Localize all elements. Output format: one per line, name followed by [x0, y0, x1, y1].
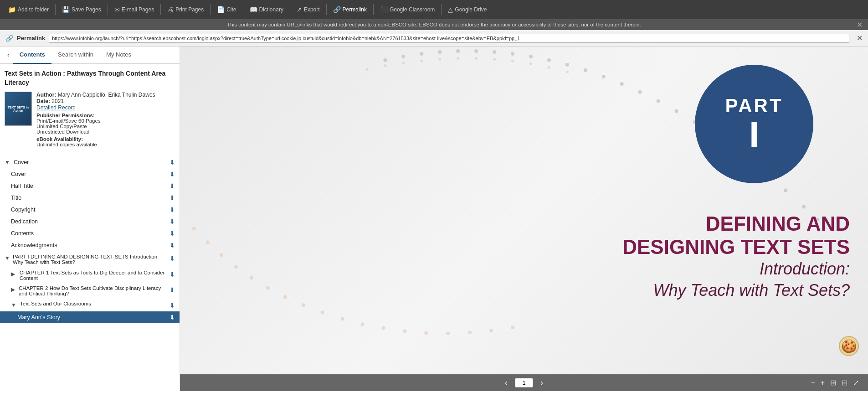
back-button[interactable]: ‹ [4, 47, 13, 63]
svg-point-28 [420, 60, 423, 62]
svg-point-10 [565, 63, 569, 67]
toc-cover-group[interactable]: ▼ Cover ⬇ [0, 156, 180, 168]
perm3: Unrestricted Download [36, 129, 155, 134]
svg-point-0 [383, 58, 387, 62]
toc-half-title[interactable]: Half Title ⬇ [0, 180, 180, 192]
book-cover: TEXT SETS in Action [5, 92, 32, 126]
print-pages-button[interactable]: 🖨 Print Pages [164, 4, 207, 15]
accessibility-button[interactable]: 🍪 [839, 336, 859, 356]
fit-width-button[interactable]: ⊟ [842, 378, 847, 387]
defining-main-title: DEFINING AND DESIGNING TEXT SETS [622, 212, 850, 259]
dictionary-button[interactable]: 📖 Dictionary [246, 4, 287, 15]
svg-point-27 [402, 62, 405, 64]
prev-page-button[interactable]: ‹ [501, 377, 511, 388]
perm2: Unlimited Copy/Paste [36, 124, 155, 129]
download-icon[interactable]: ⬇ [169, 286, 175, 294]
cite-button[interactable]: 📄 Cite [213, 4, 240, 15]
page-number-input[interactable] [515, 378, 533, 388]
toc-contents[interactable]: Contents ⬇ [0, 228, 180, 239]
toc-chapter1[interactable]: ▶ CHAPTER 1 Text Sets as Tools to Dig De… [0, 268, 180, 283]
download-icon[interactable]: ⬇ [169, 171, 175, 178]
email-icon: ✉ [114, 6, 120, 13]
export-button[interactable]: ↗ Export [293, 4, 324, 15]
dictionary-icon: 📖 [250, 6, 257, 13]
download-icon[interactable]: ⬇ [169, 255, 175, 262]
download-icon[interactable]: ⬇ [169, 242, 175, 249]
svg-point-31 [475, 57, 478, 60]
publisher-permissions: Publisher Permissions: Print/E-mail/Save… [36, 113, 155, 134]
permalink-close-button[interactable]: ✕ [857, 34, 863, 42]
book-details: Author: Mary Ann Cappiello, Erika Thulin… [36, 92, 155, 147]
svg-point-34 [529, 62, 532, 65]
svg-point-5 [474, 49, 478, 53]
folder-icon: 📁 [8, 6, 16, 13]
svg-point-47 [360, 322, 364, 326]
svg-point-32 [493, 58, 496, 61]
zoom-out-button[interactable]: − [811, 379, 815, 387]
toc-dedication[interactable]: Dedication ⬇ [0, 216, 180, 228]
book-author: Mary Ann Cappiello, Erika Thulin Dawes [58, 92, 155, 98]
permalink-url-input[interactable] [49, 34, 849, 43]
svg-point-14 [638, 90, 642, 94]
google-drive-button[interactable]: △ Google Drive [444, 4, 490, 15]
svg-point-12 [602, 75, 606, 78]
toc-copyright[interactable]: Copyright ⬇ [0, 204, 180, 216]
fullscreen-button[interactable]: ⤢ [853, 378, 859, 387]
page-tools: − + ⊞ ⊟ ⤢ [811, 378, 859, 387]
add-folder-button[interactable]: 📁 Add to folder [5, 4, 52, 15]
pagination-bar: ‹ › − + ⊞ ⊟ ⤢ [180, 374, 868, 391]
download-icon[interactable]: ⬇ [169, 302, 175, 309]
zoom-in-button[interactable]: + [821, 379, 825, 387]
fit-page-button[interactable]: ⊞ [830, 378, 836, 387]
svg-point-49 [403, 329, 406, 333]
svg-point-1 [401, 55, 405, 58]
toc-text-sets-classrooms[interactable]: ▼ Text Sets and Our Classrooms ⬇ [0, 299, 180, 311]
tab-my-notes[interactable]: My Notes [100, 47, 138, 64]
download-icon[interactable]: ⬇ [169, 206, 175, 213]
page-image: PART I DEFINING AND DESIGNING TEXT SETS … [180, 47, 868, 374]
tab-search-within[interactable]: Search within [51, 47, 100, 64]
svg-point-37 [192, 227, 196, 230]
toc-chapter2[interactable]: ▶ CHAPTER 2 How Do Text Sets Cultivate D… [0, 283, 180, 299]
svg-point-26 [384, 64, 386, 67]
svg-point-54 [511, 326, 514, 329]
download-icon[interactable]: ⬇ [169, 194, 175, 202]
toolbar-divider-4 [210, 4, 211, 15]
svg-point-43 [283, 295, 287, 299]
svg-point-46 [341, 317, 344, 321]
download-icon[interactable]: ⬇ [169, 230, 175, 237]
book-meta: TEXT SETS in Action Author: Mary Ann Cap… [5, 92, 175, 147]
svg-point-23 [802, 205, 806, 209]
toc-title[interactable]: Title ⬇ [0, 192, 180, 204]
download-icon[interactable]: ⬇ [169, 182, 175, 190]
svg-point-48 [381, 326, 385, 330]
toc-mary-anns-story[interactable]: Mary Ann's Story ⬇ [0, 311, 180, 323]
google-classroom-button[interactable]: ⬛ Google Classroom [376, 4, 438, 15]
expand-icon: ▼ [5, 255, 10, 261]
detailed-record-link[interactable]: Detailed Record [36, 104, 76, 111]
toolbar-divider-5 [243, 4, 243, 15]
permalink-button[interactable]: 🔗 Permalink [329, 4, 370, 15]
save-icon: 💾 [62, 6, 70, 13]
download-icon[interactable]: ⬇ [169, 218, 175, 225]
link-icon: 🔗 [333, 6, 341, 13]
book-info: Text Sets in Action : Pathways Through C… [0, 64, 180, 155]
svg-point-51 [446, 331, 450, 335]
date-label: Date: [36, 98, 50, 104]
svg-point-6 [493, 50, 496, 54]
part-number: I [749, 117, 759, 153]
download-icon[interactable]: ⬇ [169, 159, 175, 166]
download-icon[interactable]: ⬇ [169, 314, 175, 321]
toc-part1-group[interactable]: ▼ PART I DEFINING AND DESIGNING TEXT SET… [0, 251, 180, 268]
save-pages-button[interactable]: 💾 Save Pages [58, 4, 105, 15]
download-icon[interactable]: ⬇ [169, 271, 175, 278]
svg-point-52 [468, 331, 472, 334]
toc-acknowledgments[interactable]: Acknowledgments ⬇ [0, 239, 180, 251]
email-pages-button[interactable]: ✉ E-mail Pages [111, 4, 158, 15]
next-page-button[interactable]: › [537, 377, 547, 388]
svg-point-7 [511, 52, 514, 56]
tab-contents[interactable]: Contents [13, 47, 51, 64]
banner-close-button[interactable]: ✕ [857, 21, 863, 29]
toc-cover[interactable]: Cover ⬇ [0, 168, 180, 180]
chapter-title: DEFINING AND DESIGNING TEXT SETS Introdu… [622, 212, 850, 301]
